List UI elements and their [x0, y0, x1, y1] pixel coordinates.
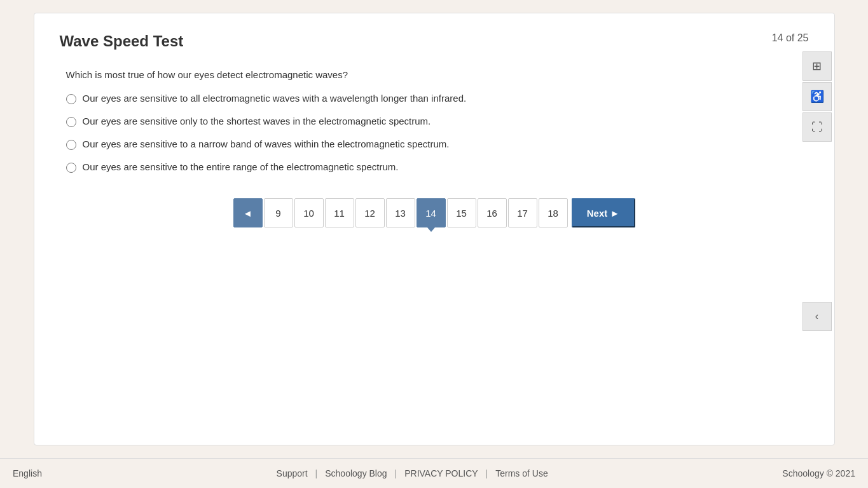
question-area: Which is most true of how our eyes detec…: [60, 69, 809, 173]
schoology-blog-link[interactable]: Schoology Blog: [325, 468, 387, 478]
page-button-11[interactable]: 11: [325, 198, 354, 227]
pagination-area: ◄ 9 10 11 12 13 14 15 16 17 18 Next ►: [60, 198, 809, 227]
privacy-policy-link[interactable]: PRIVACY POLICY: [404, 468, 478, 478]
footer: English Support | Schoology Blog | PRIVA…: [0, 458, 868, 488]
page-button-15[interactable]: 15: [447, 198, 476, 227]
grid-tool-button[interactable]: ⊞: [803, 51, 832, 81]
page-button-16[interactable]: 16: [478, 198, 507, 227]
next-label: Next ►: [587, 208, 620, 219]
footer-links: Support | Schoology Blog | PRIVACY POLIC…: [277, 468, 548, 478]
radio-opt1[interactable]: [66, 94, 76, 104]
page-button-18[interactable]: 18: [539, 198, 568, 227]
separator-1: |: [315, 468, 318, 478]
answer-option-3[interactable]: Our eyes are sensitive to a narrow band …: [66, 139, 758, 150]
separator-3: |: [486, 468, 488, 478]
support-link[interactable]: Support: [277, 468, 308, 478]
fullscreen-tool-button[interactable]: ⛶: [803, 112, 832, 142]
sidebar-collapse-button[interactable]: ‹: [803, 302, 832, 331]
page-button-14[interactable]: 14: [417, 198, 446, 227]
page-button-13[interactable]: 13: [386, 198, 415, 227]
radio-opt4[interactable]: [66, 163, 76, 173]
page-button-12[interactable]: 12: [355, 198, 385, 227]
collapse-icon: ‹: [815, 311, 818, 322]
next-button[interactable]: Next ►: [572, 198, 635, 227]
radio-opt3[interactable]: [66, 140, 76, 150]
fullscreen-icon: ⛶: [811, 121, 823, 134]
page-button-9[interactable]: 9: [264, 198, 293, 227]
answer-option-1[interactable]: Our eyes are sensitive to all electromag…: [66, 93, 758, 104]
answer-label-3[interactable]: Our eyes are sensitive to a narrow band …: [83, 139, 450, 149]
main-content: Wave Speed Test 14 of 25 Which is most t…: [0, 0, 868, 458]
page-button-17[interactable]: 17: [508, 198, 537, 227]
accessibility-icon: ♿: [810, 90, 824, 104]
separator-2: |: [395, 468, 397, 478]
question-counter: 14 of 25: [772, 32, 809, 44]
accessibility-tool-button[interactable]: ♿: [803, 82, 832, 111]
copyright: Schoology © 2021: [782, 468, 855, 478]
answer-option-4[interactable]: Our eyes are sensitive to the entire ran…: [66, 161, 758, 173]
prev-page-button[interactable]: ◄: [233, 198, 263, 227]
sidebar-tools: ⊞ ♿ ⛶ ‹: [803, 51, 834, 331]
grid-icon: ⊞: [812, 59, 822, 73]
question-text: Which is most true of how our eyes detec…: [66, 69, 758, 80]
radio-opt2[interactable]: [66, 117, 76, 127]
test-title: Wave Speed Test: [60, 32, 184, 50]
quiz-card: Wave Speed Test 14 of 25 Which is most t…: [34, 13, 835, 445]
answer-option-2[interactable]: Our eyes are sensitive only to the short…: [66, 116, 758, 127]
terms-of-use-link[interactable]: Terms of Use: [495, 468, 548, 478]
page-button-10[interactable]: 10: [294, 198, 324, 227]
answer-label-2[interactable]: Our eyes are sensitive only to the short…: [83, 116, 431, 126]
card-header: Wave Speed Test 14 of 25: [60, 32, 809, 50]
answer-label-4[interactable]: Our eyes are sensitive to the entire ran…: [83, 161, 399, 172]
answer-label-1[interactable]: Our eyes are sensitive to all electromag…: [83, 93, 467, 104]
language-selector[interactable]: English: [13, 468, 42, 478]
